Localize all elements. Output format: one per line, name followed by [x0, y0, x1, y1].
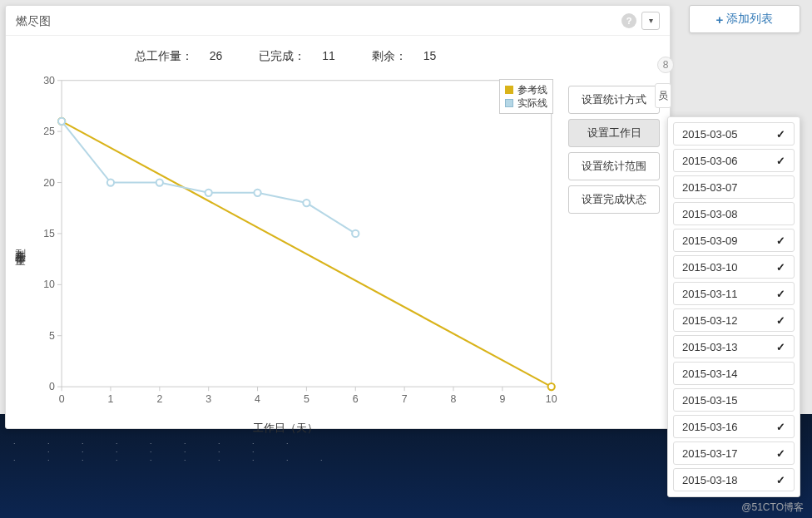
date-label: 2015-03-08 — [682, 208, 738, 220]
svg-point-43 — [254, 190, 260, 196]
svg-text:25: 25 — [43, 126, 55, 137]
svg-text:30: 30 — [43, 75, 55, 86]
svg-point-40 — [107, 179, 114, 185]
check-icon: ✓ — [776, 234, 785, 247]
summary-total: 总工作量：26 — [126, 49, 231, 62]
summary-left: 剩余：15 — [364, 49, 445, 62]
date-label: 2015-03-12 — [682, 314, 738, 327]
svg-text:5: 5 — [304, 393, 309, 405]
date-item[interactable]: 2015-03-09✓ — [673, 229, 795, 252]
svg-text:10: 10 — [546, 393, 557, 405]
svg-text:15: 15 — [43, 228, 55, 239]
count-badge: 8 — [657, 57, 674, 73]
plot-area: 剩余工作量 012345678910051015202530 参考线 实际线 — [11, 72, 560, 417]
panel-header-controls: ? ▾ — [621, 12, 660, 30]
hidden-panel-peek: 员 — [655, 83, 671, 108]
svg-point-45 — [352, 230, 359, 237]
svg-text:8: 8 — [451, 393, 457, 405]
svg-text:10: 10 — [43, 279, 55, 290]
date-item[interactable]: 2015-03-18✓ — [673, 468, 795, 491]
plus-icon: + — [716, 12, 724, 27]
y-axis-label: 剩余工作量 — [11, 72, 29, 417]
legend-swatch-actual — [505, 99, 513, 107]
date-item[interactable]: 2015-03-11✓ — [673, 282, 795, 305]
burndown-chart: 012345678910051015202530 — [29, 72, 560, 417]
date-label: 2015-03-07 — [682, 181, 738, 194]
date-label: 2015-03-18 — [682, 474, 738, 486]
legend-actual: 实际线 — [505, 96, 547, 110]
check-icon: ✓ — [776, 128, 785, 141]
date-label: 2015-03-16 — [682, 421, 738, 433]
chevron-down-icon: ▾ — [649, 6, 653, 36]
svg-text:6: 6 — [353, 393, 359, 405]
svg-rect-0 — [62, 81, 552, 387]
svg-point-42 — [205, 190, 212, 196]
check-icon: ✓ — [776, 447, 785, 460]
legend-swatch-reference — [505, 86, 513, 94]
svg-text:2: 2 — [156, 393, 162, 405]
date-item[interactable]: 2015-03-17✓ — [673, 442, 795, 465]
check-icon: ✓ — [776, 341, 785, 353]
side-button-2[interactable]: 设置统计范围 — [568, 152, 660, 180]
date-label: 2015-03-09 — [682, 234, 738, 247]
panel-menu-toggle[interactable]: ▾ — [641, 12, 660, 30]
svg-text:0: 0 — [59, 393, 65, 405]
date-item[interactable]: 2015-03-12✓ — [673, 308, 795, 332]
side-button-3[interactable]: 设置完成状态 — [568, 185, 660, 214]
side-button-1[interactable]: 设置工作日 — [568, 119, 660, 147]
date-item[interactable]: 2015-03-06✓ — [673, 149, 795, 172]
svg-text:9: 9 — [499, 393, 505, 405]
summary-done: 已完成：11 — [250, 49, 344, 62]
svg-text:1: 1 — [108, 393, 114, 405]
svg-point-44 — [303, 200, 309, 206]
date-label: 2015-03-15 — [682, 394, 738, 407]
side-button-group: 设置统计方式设置工作日设置统计范围设置完成状态 — [560, 44, 660, 418]
date-item[interactable]: 2015-03-05✓ — [673, 122, 795, 146]
svg-text:7: 7 — [402, 393, 408, 405]
date-label: 2015-03-06 — [682, 155, 738, 167]
check-icon: ✓ — [776, 288, 785, 300]
legend-reference: 参考线 — [505, 83, 547, 96]
date-item[interactable]: 2015-03-15✓ — [673, 388, 795, 412]
check-icon: ✓ — [776, 261, 785, 274]
panel-header: 燃尽图 ? ▾ — [6, 6, 670, 36]
watermark: @51CTO博客 — [741, 501, 804, 515]
side-button-0[interactable]: 设置统计方式 — [568, 86, 660, 114]
svg-text:4: 4 — [255, 393, 260, 405]
background-stars: · · · · · · · · · · · · · · · ·· · · · ·… — [0, 432, 678, 518]
date-label: 2015-03-05 — [682, 128, 738, 141]
svg-text:3: 3 — [205, 393, 211, 405]
date-item[interactable]: 2015-03-13✓ — [673, 335, 795, 358]
check-icon: ✓ — [776, 314, 785, 327]
chart-canvas: 012345678910051015202530 参考线 实际线 — [29, 72, 560, 417]
help-icon[interactable]: ? — [621, 13, 636, 28]
date-item[interactable]: 2015-03-16✓ — [673, 415, 795, 438]
date-item[interactable]: 2015-03-08✓ — [673, 202, 795, 225]
burndown-panel: 燃尽图 ? ▾ 总工作量：26 已完成：11 剩余：15 剩余工作量 01234… — [5, 5, 671, 429]
panel-body: 总工作量：26 已完成：11 剩余：15 剩余工作量 0123456789100… — [6, 36, 670, 428]
add-list-label: 添加列表 — [726, 12, 773, 27]
date-item[interactable]: 2015-03-14✓ — [673, 362, 795, 385]
add-list-button[interactable]: + 添加列表 — [689, 5, 800, 33]
date-item[interactable]: 2015-03-07✓ — [673, 175, 795, 199]
workday-date-popover: 2015-03-05✓2015-03-06✓2015-03-07✓2015-03… — [667, 116, 800, 497]
check-icon: ✓ — [776, 474, 785, 486]
svg-text:0: 0 — [49, 381, 55, 392]
panel-title: 燃尽图 — [16, 6, 51, 36]
date-label: 2015-03-17 — [682, 447, 738, 460]
date-label: 2015-03-11 — [682, 288, 738, 300]
svg-point-41 — [156, 179, 163, 185]
date-label: 2015-03-14 — [682, 368, 738, 380]
chart-summary: 总工作量：26 已完成：11 剩余：15 — [11, 44, 560, 72]
chart-wrap: 总工作量：26 已完成：11 剩余：15 剩余工作量 0123456789100… — [11, 44, 560, 418]
date-label: 2015-03-10 — [682, 261, 738, 274]
svg-point-39 — [58, 118, 65, 125]
check-icon: ✓ — [776, 155, 785, 167]
date-item[interactable]: 2015-03-10✓ — [673, 255, 795, 279]
date-label: 2015-03-13 — [682, 341, 738, 353]
svg-text:5: 5 — [49, 330, 55, 342]
svg-point-38 — [548, 383, 555, 390]
check-icon: ✓ — [776, 421, 785, 433]
svg-text:20: 20 — [43, 177, 55, 189]
chart-legend: 参考线 实际线 — [499, 79, 553, 114]
